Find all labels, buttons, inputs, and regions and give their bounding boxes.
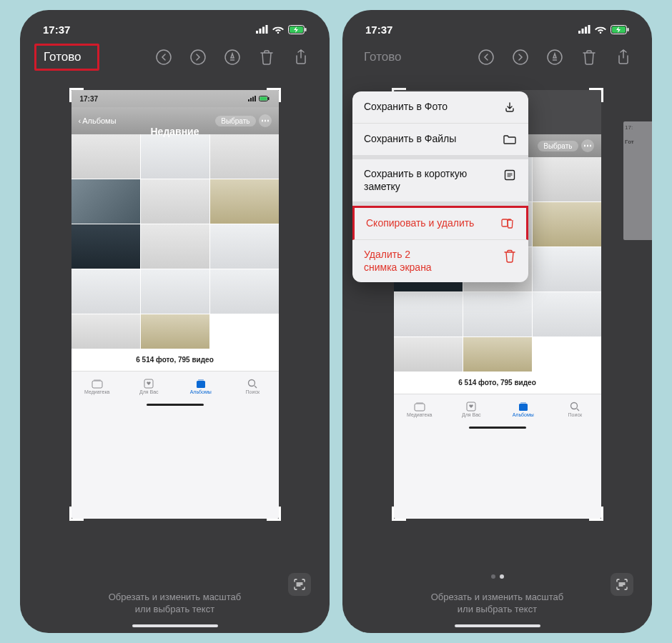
wifi-icon <box>595 25 606 34</box>
signal-icon <box>256 25 268 34</box>
markup-icon[interactable] <box>540 43 569 71</box>
scan-text-button[interactable] <box>611 573 633 596</box>
hint-line-2: или выбрать текст <box>431 604 564 616</box>
wifi-icon <box>272 25 284 34</box>
status-time: 17:37 <box>365 24 392 36</box>
svg-rect-21 <box>198 379 204 381</box>
svg-rect-39 <box>520 402 526 404</box>
redo-icon[interactable] <box>184 43 212 71</box>
menu-save-photo[interactable]: Сохранить в Фото <box>352 91 528 124</box>
scan-text-button[interactable] <box>288 573 311 596</box>
tab-for-you: Для Вас <box>123 372 175 401</box>
svg-rect-24 <box>582 29 584 34</box>
svg-rect-20 <box>197 381 205 388</box>
tab-for-you: Для Вас <box>445 394 498 424</box>
svg-rect-6 <box>305 28 307 31</box>
svg-point-40 <box>571 402 578 409</box>
inner-more: ⋯ <box>259 114 272 127</box>
menu-save-files[interactable]: Сохранить в Файлы <box>352 124 528 159</box>
svg-rect-15 <box>260 97 267 101</box>
svg-rect-26 <box>588 25 591 34</box>
share-icon[interactable] <box>609 43 638 71</box>
svg-rect-12 <box>252 97 254 102</box>
context-menu: Сохранить в Фото Сохранить в Файлы Сохра… <box>352 91 528 282</box>
svg-point-22 <box>249 379 255 386</box>
footer-hint: Обрезать и изменить масштаб или выбрать … <box>352 580 642 616</box>
inner-select: Выбрать <box>538 141 578 151</box>
status-bar: 17:37 <box>352 17 642 41</box>
svg-rect-34 <box>502 219 508 226</box>
download-icon <box>503 100 517 114</box>
hint-line-2: или выбрать текст <box>109 604 242 616</box>
svg-rect-16 <box>268 97 270 100</box>
tab-albums: Альбомы <box>175 372 227 401</box>
photo-count: 6 514 фото, 795 видео <box>394 372 601 394</box>
svg-rect-3 <box>266 25 268 34</box>
page-dot <box>491 574 495 579</box>
tab-search: Поиск <box>227 372 279 401</box>
page-dot-active <box>500 574 504 579</box>
phone-left: 17:37 Готово 17:37 ‹ Ал <box>20 10 330 633</box>
svg-rect-10 <box>248 99 249 101</box>
photo-count: 6 514 фото, 795 видео <box>71 349 279 371</box>
undo-icon[interactable] <box>472 43 500 71</box>
hint-line-1: Обрезать и изменить масштаб <box>431 592 564 604</box>
tab-search: Поиск <box>549 394 601 424</box>
status-bar: 17:37 <box>30 17 320 41</box>
trash-icon <box>503 249 517 263</box>
svg-rect-23 <box>578 31 580 34</box>
inner-status-time: 17:37 <box>80 95 99 103</box>
svg-rect-25 <box>585 27 587 34</box>
share-icon[interactable] <box>287 43 315 71</box>
svg-rect-17 <box>92 381 102 388</box>
svg-rect-11 <box>250 98 252 101</box>
redo-icon[interactable] <box>506 43 535 71</box>
menu-delete-n[interactable]: Удалить 2снимка экрана <box>352 240 528 282</box>
trash-icon[interactable] <box>252 43 281 71</box>
hint-line-1: Обрезать и изменить масштаб <box>109 592 242 604</box>
svg-point-7 <box>157 50 171 64</box>
svg-point-30 <box>479 50 493 64</box>
markup-icon[interactable] <box>218 43 247 71</box>
menu-save-note[interactable]: Сохранить в короткую заметку <box>352 159 528 206</box>
svg-point-31 <box>513 50 528 64</box>
status-time: 17:37 <box>43 24 70 36</box>
home-indicator[interactable] <box>132 624 218 627</box>
svg-point-8 <box>191 50 205 64</box>
folder-icon <box>503 132 517 146</box>
signal-icon <box>578 25 591 34</box>
svg-rect-13 <box>255 96 256 101</box>
svg-rect-29 <box>628 28 629 31</box>
page-indicator <box>352 569 642 580</box>
tab-library: Медиатека <box>71 372 124 401</box>
done-button[interactable]: Готово <box>357 46 409 69</box>
svg-rect-1 <box>260 29 262 34</box>
done-button[interactable]: Готово <box>34 44 99 71</box>
svg-rect-36 <box>416 402 423 404</box>
trash-icon[interactable] <box>575 43 603 71</box>
svg-rect-38 <box>519 404 528 411</box>
phone-right: 17:37 Готово Сохранить в Фото Сохранить … <box>342 10 652 633</box>
inner-more: ⋯ <box>581 139 594 152</box>
tab-library: Медиатека <box>394 394 446 424</box>
note-icon <box>503 168 517 182</box>
markup-toolbar: Готово <box>352 41 642 73</box>
svg-rect-0 <box>256 31 258 34</box>
battery-icon <box>288 25 307 34</box>
svg-rect-35 <box>415 404 425 411</box>
inner-title: Недавние <box>150 126 199 137</box>
battery-icon <box>611 25 629 34</box>
copy-trash-icon <box>500 216 515 231</box>
footer-hint: Обрезать и изменить масштаб или выбрать … <box>30 580 320 616</box>
screenshot-preview-area[interactable]: 17:37 ‹ Альбомы Недавние Выбрать ⋯ <box>30 73 320 580</box>
undo-icon[interactable] <box>149 43 178 71</box>
screenshot-thumbnail[interactable]: 17:37 ‹ Альбомы Недавние Выбрать ⋯ <box>71 90 279 519</box>
menu-copy-delete[interactable]: Скопировать и удалить <box>352 206 528 240</box>
svg-rect-2 <box>262 27 265 34</box>
inner-back: ‹ Альбомы <box>79 116 117 125</box>
svg-rect-18 <box>94 379 101 381</box>
markup-toolbar: Готово <box>30 41 320 73</box>
inner-select: Выбрать <box>215 116 255 126</box>
tab-albums: Альбомы <box>498 394 550 424</box>
home-indicator[interactable] <box>455 624 540 627</box>
